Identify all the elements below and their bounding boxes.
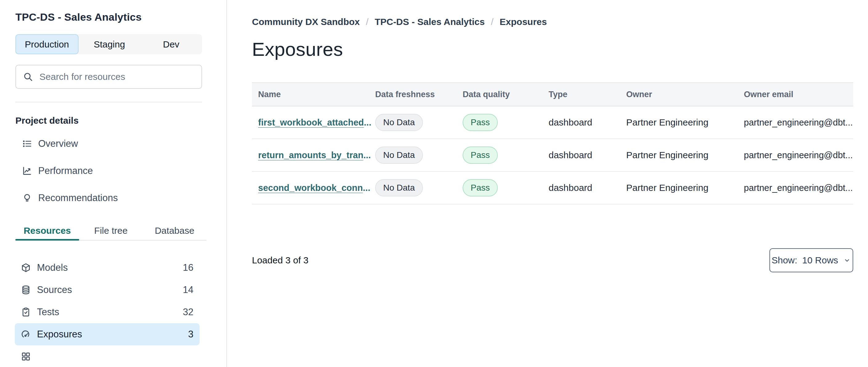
resource-count: 3	[188, 329, 193, 340]
breadcrumb-project[interactable]: TPC-DS - Sales Analytics	[375, 17, 485, 27]
owner-cell: Partner Engineering	[626, 117, 744, 128]
column-header-quality: Data quality	[463, 90, 549, 99]
breadcrumb-separator: /	[366, 17, 368, 27]
search-icon	[23, 72, 33, 82]
quality-badge: Pass	[463, 114, 498, 131]
sidebar-item-models[interactable]: Models 16	[15, 257, 199, 279]
type-cell: dashboard	[549, 117, 626, 128]
freshness-badge: No Data	[375, 146, 423, 164]
column-header-freshness: Data freshness	[375, 90, 463, 99]
lightbulb-icon	[22, 193, 32, 203]
environment-tabs: Production Staging Dev	[16, 34, 202, 54]
exposures-table: Name Data freshness Data quality Type Ow…	[252, 82, 853, 204]
exposure-name-link[interactable]: return_amounts_by_tran...	[258, 150, 371, 160]
resource-search[interactable]	[16, 65, 202, 89]
show-label: Show:	[772, 255, 797, 265]
table-row: first_workbook_attached... No Data Pass …	[252, 106, 853, 139]
resource-view-tabs: Resources File tree Database	[16, 221, 206, 241]
project-title: TPC-DS - Sales Analytics	[16, 11, 202, 23]
quality-badge: Pass	[463, 146, 498, 164]
sidebar-item-overview[interactable]: Overview	[16, 130, 202, 157]
resource-list: Models 16 Sources 14	[15, 257, 199, 367]
resource-label: Models	[37, 262, 68, 273]
table-row: return_amounts_by_tran... No Data Pass d…	[252, 139, 853, 172]
resource-label: Tests	[37, 307, 59, 318]
gauge-icon	[21, 329, 31, 339]
search-input[interactable]	[39, 72, 195, 82]
type-cell: dashboard	[549, 150, 626, 160]
page-title: Exposures	[252, 38, 853, 60]
line-chart-icon	[22, 166, 32, 176]
exposure-name-link[interactable]: first_workbook_attached...	[258, 117, 371, 128]
resource-label: Exposures	[37, 329, 82, 340]
column-header-owner-email: Owner email	[744, 90, 853, 99]
project-sidebar: TPC-DS - Sales Analytics Production Stag…	[0, 0, 227, 367]
sidebar-item-tests[interactable]: Tests 32	[15, 301, 199, 323]
freshness-badge: No Data	[375, 179, 423, 196]
column-header-owner: Owner	[626, 90, 744, 99]
tab-database[interactable]: Database	[143, 221, 206, 240]
list-icon	[22, 139, 32, 149]
env-tab-production[interactable]: Production	[16, 34, 79, 54]
env-tab-staging[interactable]: Staging	[79, 34, 141, 54]
breadcrumb-current: Exposures	[500, 17, 547, 27]
database-icon	[21, 285, 31, 295]
resource-count: 14	[183, 284, 193, 295]
sidebar-item-sources[interactable]: Sources 14	[15, 279, 199, 301]
sidebar-divider	[16, 102, 202, 103]
project-details-label: Project details	[16, 115, 202, 126]
cube-icon	[21, 263, 31, 273]
project-nav: Overview Performance	[16, 130, 202, 211]
breadcrumb-separator: /	[491, 17, 493, 27]
sidebar-item-label: Overview	[38, 138, 78, 149]
sidebar-item-label: Performance	[38, 165, 93, 176]
tab-file-tree[interactable]: File tree	[79, 221, 143, 240]
sidebar-item-recommendations[interactable]: Recommendations	[16, 185, 202, 211]
freshness-badge: No Data	[375, 114, 423, 131]
table-row: second_workbook_conn... No Data Pass das…	[252, 172, 853, 204]
owner-email-cell: partner_engineering@dbt...	[744, 117, 853, 128]
loaded-status: Loaded 3 of 3	[252, 255, 309, 265]
breadcrumb: Community DX Sandbox / TPC-DS - Sales An…	[252, 16, 853, 28]
owner-email-cell: partner_engineering@dbt...	[744, 150, 853, 160]
chevron-down-icon	[843, 256, 851, 264]
column-header-name: Name	[252, 90, 375, 99]
quality-badge: Pass	[463, 179, 498, 196]
type-cell: dashboard	[549, 182, 626, 193]
breadcrumb-account[interactable]: Community DX Sandbox	[252, 17, 360, 27]
sidebar-item-partial[interactable]	[15, 345, 199, 367]
rows-per-page-select[interactable]: Show: 10 Rows	[769, 248, 853, 272]
owner-cell: Partner Engineering	[626, 150, 744, 160]
column-header-type: Type	[549, 90, 626, 99]
resource-count: 16	[183, 262, 193, 273]
app-window: TPC-DS - Sales Analytics Production Stag…	[0, 0, 868, 367]
grid-icon	[21, 351, 31, 362]
sidebar-item-exposures[interactable]: Exposures 3	[15, 323, 199, 345]
exposure-name-link[interactable]: second_workbook_conn...	[258, 183, 370, 193]
clipboard-check-icon	[21, 307, 31, 317]
table-header: Name Data freshness Data quality Type Ow…	[252, 82, 853, 106]
resource-label: Sources	[37, 284, 72, 295]
sidebar-item-performance[interactable]: Performance	[16, 157, 202, 185]
main-content: Community DX Sandbox / TPC-DS - Sales An…	[227, 0, 868, 367]
env-tab-dev[interactable]: Dev	[140, 34, 202, 54]
owner-email-cell: partner_engineering@dbt...	[744, 183, 853, 193]
table-footer: Loaded 3 of 3 Show: 10 Rows	[252, 248, 853, 272]
resource-count: 32	[183, 307, 193, 318]
sidebar-item-label: Recommendations	[38, 193, 118, 203]
tab-resources[interactable]: Resources	[16, 221, 79, 240]
owner-cell: Partner Engineering	[626, 182, 744, 193]
show-value: 10 Rows	[802, 255, 838, 265]
